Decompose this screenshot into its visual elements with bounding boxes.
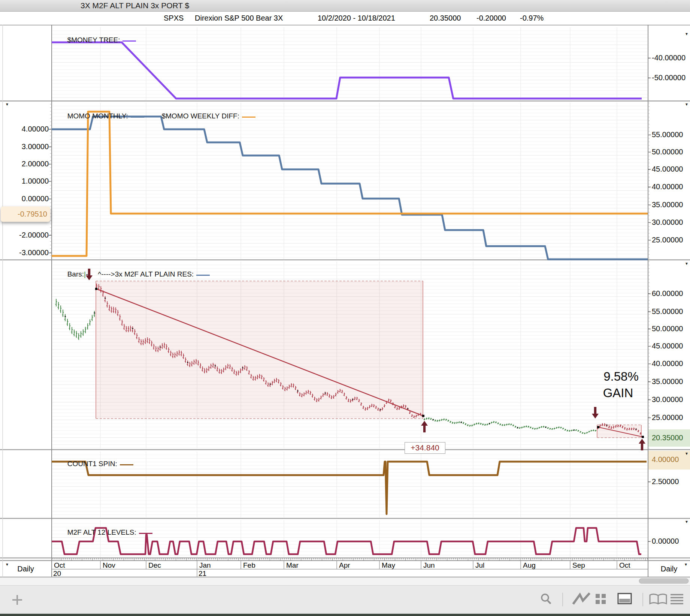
grid-view-icon[interactable] — [596, 594, 606, 604]
menu-icon[interactable] — [671, 595, 683, 604]
quote-header: SPXS Direxion S&P 500 Bear 3X 10/2/2020 … — [0, 12, 690, 25]
layout-icon[interactable] — [618, 594, 631, 604]
symbol-text: SPXS — [164, 14, 184, 22]
price-change: -0.20000 — [476, 14, 506, 22]
price-change-pct: -0.97% — [520, 14, 544, 22]
chart-canvas[interactable] — [0, 0, 690, 616]
instrument-name: Direxion S&P 500 Bear 3X — [195, 14, 283, 22]
book-icon[interactable] — [650, 594, 666, 604]
trade-down-arrow — [86, 269, 93, 280]
trade-up-arrow — [421, 421, 428, 432]
window-title-bar: 3X M2F ALT PLAIN 3x PORT $ — [0, 0, 690, 12]
last-price: 20.35000 — [430, 14, 461, 22]
scrollbar-thumb[interactable] — [639, 579, 689, 583]
chart-line-icon[interactable] — [573, 593, 590, 604]
page-title: 3X M2F ALT PLAIN 3x PORT $ — [81, 1, 189, 10]
date-range: 10/2/2020 - 10/18/2021 — [318, 14, 395, 22]
charting-app-window: 3X M2F ALT PLAIN 3x PORT $ SPXS Direxion… — [0, 0, 690, 616]
add-button[interactable] — [12, 595, 22, 605]
search-icon[interactable] — [542, 594, 551, 604]
